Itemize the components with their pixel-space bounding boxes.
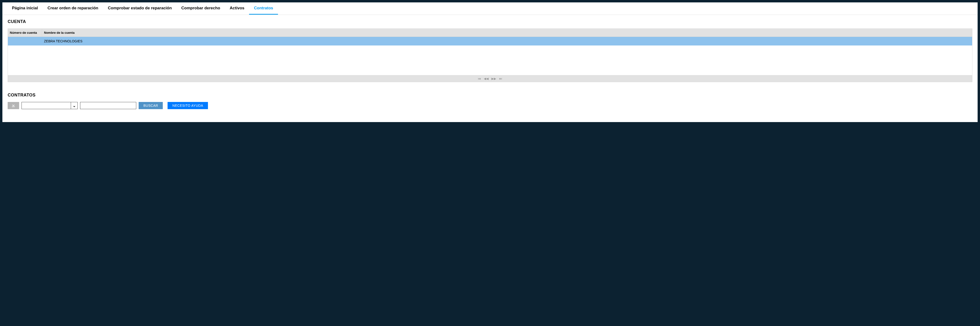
- tab-pagina-inicial[interactable]: Página inicial: [7, 2, 43, 14]
- filter-select[interactable]: [22, 102, 78, 109]
- cell-account-number: [8, 37, 42, 45]
- cuenta-table: Número de cuenta Nombre de la cuenta ZEB…: [8, 29, 972, 82]
- tab-crear-orden[interactable]: Crear orden de reparación: [43, 2, 103, 14]
- cell-account-name: ZEBRA TECHNOLOGIES: [42, 37, 972, 45]
- pager-first-icon[interactable]: ⏮: [477, 77, 481, 80]
- tab-comprobar-derecho[interactable]: Comprobar derecho: [177, 2, 225, 14]
- search-button[interactable]: BUSCAR: [138, 102, 163, 109]
- help-button[interactable]: NECESITO AYUDA: [167, 102, 208, 109]
- download-icon: [11, 103, 15, 108]
- cuenta-table-body: ZEBRA TECHNOLOGIES: [8, 37, 972, 75]
- col-header-account-name: Nombre de la cuenta: [42, 29, 972, 37]
- pager-last-icon[interactable]: ⏭: [499, 77, 503, 80]
- app-frame: Página inicial Crear orden de reparación…: [2, 2, 978, 122]
- tab-activos[interactable]: Activos: [225, 2, 249, 14]
- filter-select-wrap: ⌄: [22, 102, 78, 109]
- table-row[interactable]: ZEBRA TECHNOLOGIES: [8, 37, 972, 45]
- tab-contratos[interactable]: Contratos: [249, 2, 278, 14]
- nav-tabs: Página inicial Crear orden de reparación…: [2, 2, 978, 15]
- pager-next-icon[interactable]: ▶▶: [491, 77, 497, 80]
- col-header-account-number: Número de cuenta: [8, 29, 42, 37]
- tab-comprobar-estado[interactable]: Comprobar estado de reparación: [103, 2, 177, 14]
- pager-prev-icon[interactable]: ◀◀: [483, 77, 489, 80]
- pagination-bar: ⏮ ◀◀ ▶▶ ⏭: [8, 75, 972, 82]
- filter-input[interactable]: [80, 102, 136, 109]
- cuenta-heading: CUENTA: [8, 19, 972, 24]
- download-button[interactable]: [8, 102, 19, 109]
- cuenta-table-header: Número de cuenta Nombre de la cuenta: [8, 29, 972, 37]
- contratos-heading: CONTRATOS: [8, 93, 972, 97]
- contratos-toolbar: ⌄ BUSCAR NECESITO AYUDA: [8, 102, 972, 109]
